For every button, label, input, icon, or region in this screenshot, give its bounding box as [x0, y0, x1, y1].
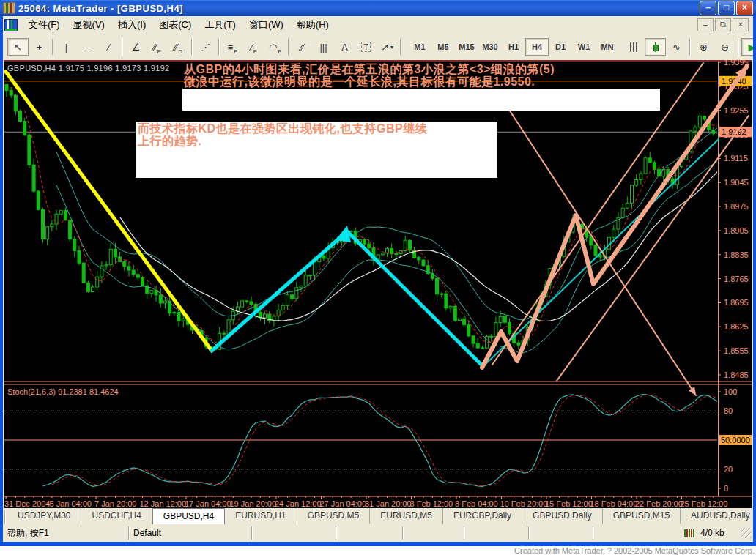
chart-tab-eurgbp-daily[interactable]: EURGBP,Daily: [443, 508, 522, 524]
zoom-in-button[interactable]: ⊕: [693, 38, 714, 56]
auto-scroll-button-icon: ▶: [749, 42, 754, 53]
time-tick-label: 7 Jan 20:00: [94, 499, 137, 508]
menu-bar: 文件(F)显视(V)插入(I)图表(C)工具(T)窗口(W)帮助(H) – ⧉ …: [3, 16, 753, 34]
gann-fan-tool[interactable]: ⋰: [195, 38, 216, 56]
chart-window-icon[interactable]: [4, 19, 18, 31]
toolbar-separator: [52, 39, 53, 55]
icon-subscript: E: [158, 48, 161, 55]
title-bar[interactable]: 25064: MetaTrader - [GBPUSD,H4] – □ ×: [0, 0, 756, 16]
status-cell: [252, 526, 336, 540]
cyan-wave-line: [212, 231, 482, 365]
stoch-tick-label: 0: [724, 484, 728, 493]
menu-item[interactable]: 插入(I): [111, 16, 152, 34]
timeframe-m30-button[interactable]: M30: [478, 38, 502, 56]
trendline-tool[interactable]: ∕: [98, 38, 119, 56]
vertical-line-tool[interactable]: |: [56, 38, 77, 56]
stoch-mid-label: 50.0000: [721, 436, 750, 444]
timeframe-m5-button[interactable]: M5: [431, 38, 455, 56]
zoom-in-button-icon: ⊕: [700, 42, 708, 53]
timeframe-h4-button[interactable]: H4: [525, 38, 549, 56]
arrows-tool[interactable]: ↗▾: [377, 38, 398, 56]
price-tick-label: 1.8695: [724, 298, 749, 307]
chart-tab-usdjpy-m30[interactable]: USDJPY,M30: [7, 508, 81, 524]
chart-canvas[interactable]: 1.93951.93251.92551.91851.91151.90451.89…: [4, 60, 752, 508]
mdi-minimize-button[interactable]: –: [697, 18, 714, 31]
equidistant-channel-tool-icon: ∕∕: [153, 42, 156, 53]
price-tick-label: 1.9255: [724, 106, 749, 115]
time-tick-label: 3 Feb 12:00: [410, 499, 453, 508]
yellow-wave-line: [6, 72, 212, 351]
minimize-button[interactable]: –: [700, 1, 716, 15]
timeframe-w1-button[interactable]: W1: [572, 38, 596, 56]
time-tick-label: 25 Feb 12:00: [681, 499, 728, 508]
time-tick-label: 15 Feb 12:00: [545, 499, 593, 508]
vertical-line-tool-icon: |: [65, 42, 67, 53]
horizontal-line-tool-icon: —: [83, 42, 92, 53]
chart-tab-usdchf-h4[interactable]: USDCHF,H4: [81, 508, 152, 524]
stddev-channel-tool[interactable]: ∕∕D: [168, 38, 189, 56]
parallel-lines-tool[interactable]: ∕∕: [292, 38, 313, 56]
status-cell: [464, 526, 529, 540]
maximize-button[interactable]: □: [718, 1, 735, 15]
auto-scroll-button[interactable]: ▶: [741, 38, 753, 56]
stoch-tick-label: 20: [724, 465, 733, 474]
toolbar-separator: [288, 39, 289, 55]
traffic-chart-icon: [684, 529, 694, 537]
menu-item[interactable]: 窗口(W): [242, 16, 290, 34]
chart-tab-gbpusd-m15[interactable]: GBPUSD,M15: [603, 508, 681, 524]
text-label-tool[interactable]: T: [355, 38, 377, 56]
status-profile[interactable]: Default: [129, 526, 252, 540]
chart-tab-gbpusd-m5[interactable]: GBPUSD,M5: [297, 508, 371, 524]
cursor-tool[interactable]: ↖: [7, 38, 29, 56]
crosshair-tool[interactable]: +: [29, 38, 50, 56]
annotation-box-1: [182, 89, 660, 111]
status-help-text: 帮助, 按F1: [3, 526, 129, 540]
close-button[interactable]: ×: [736, 1, 753, 15]
bar-chart-button[interactable]: [623, 38, 645, 56]
gann-fan-tool-icon: ⋰: [201, 42, 210, 53]
chart-tab-gbpusd-daily[interactable]: GBPUSD,Daily: [522, 508, 603, 524]
button-icon: M15: [459, 42, 474, 51]
symbol-ohlc-label: GBPUSD,H4 1.9175 1.9196 1.9173 1.9192: [7, 64, 169, 72]
toolbar-separator: [689, 39, 691, 55]
fibo-fan-tool[interactable]: ∕F: [243, 38, 264, 56]
application-window: 25064: MetaTrader - [GBPUSD,H4] – □ × 文件…: [0, 0, 756, 546]
menu-item[interactable]: 帮助(H): [290, 16, 336, 34]
button-icon: H4: [532, 42, 542, 51]
mdi-restore-button[interactable]: ⧉: [715, 18, 731, 31]
trend-by-angle-tool[interactable]: ∠: [125, 38, 147, 56]
menu-item[interactable]: 工具(T): [198, 16, 242, 34]
chart-tab-eurusd-h1[interactable]: EURUSD,H1: [225, 508, 297, 524]
cycle-lines-tool[interactable]: |||: [313, 38, 334, 56]
fibo-arcs-tool[interactable]: ◠F: [264, 38, 286, 56]
chart-tabs-bar: USDJPY,M30USDCHF,H4GBPUSD,H4EURUSD,H1GBP…: [3, 508, 753, 524]
time-tick-label: 31 Dec 2004: [4, 499, 50, 508]
icon-subscript: D: [178, 48, 182, 55]
equidistant-channel-tool[interactable]: ∕∕E: [147, 38, 168, 56]
zoom-out-button-icon: ⊖: [721, 42, 729, 53]
button-icon: M5: [437, 42, 448, 51]
resize-grip[interactable]: [741, 528, 752, 538]
timeframe-mn-button[interactable]: MN: [596, 38, 619, 56]
mdi-close-button[interactable]: ×: [733, 18, 749, 31]
window-title: 25064: MetaTrader - [GBPUSD,H4]: [18, 3, 183, 14]
zoom-out-button[interactable]: ⊖: [714, 38, 735, 56]
menu-item[interactable]: 文件(F): [22, 16, 67, 34]
chart-tab-eurusd-m5[interactable]: EURUSD,M5: [370, 508, 443, 524]
stddev-channel-tool-icon: ∕∕: [174, 42, 177, 53]
fibo-retracement-tool[interactable]: ≡F: [222, 38, 243, 56]
candlestick-chart-button[interactable]: [645, 38, 666, 56]
text-tool[interactable]: A: [334, 38, 355, 56]
line-chart-button[interactable]: ∿: [666, 38, 687, 56]
menu-item[interactable]: 显视(V): [67, 16, 111, 34]
timeframe-d1-button[interactable]: D1: [549, 38, 572, 56]
menu-item[interactable]: 图表(C): [152, 16, 198, 34]
chart-tab-gbpusd-h4[interactable]: GBPUSD,H4: [152, 508, 225, 524]
stoch-tick-label: 80: [724, 406, 733, 415]
horizontal-line-tool[interactable]: —: [77, 38, 98, 56]
annotation-text-1: 从GBP的4小时图来看,汇价是在第五浪的第3小浪之第<3>细浪的第(5) 微浪中…: [184, 63, 667, 88]
timeframe-h1-button[interactable]: H1: [502, 38, 525, 56]
timeframe-m1-button[interactable]: M1: [408, 38, 431, 56]
timeframe-m15-button[interactable]: M15: [455, 38, 478, 56]
chart-tab-audusd-daily[interactable]: AUDUSD,Daily: [681, 508, 756, 524]
